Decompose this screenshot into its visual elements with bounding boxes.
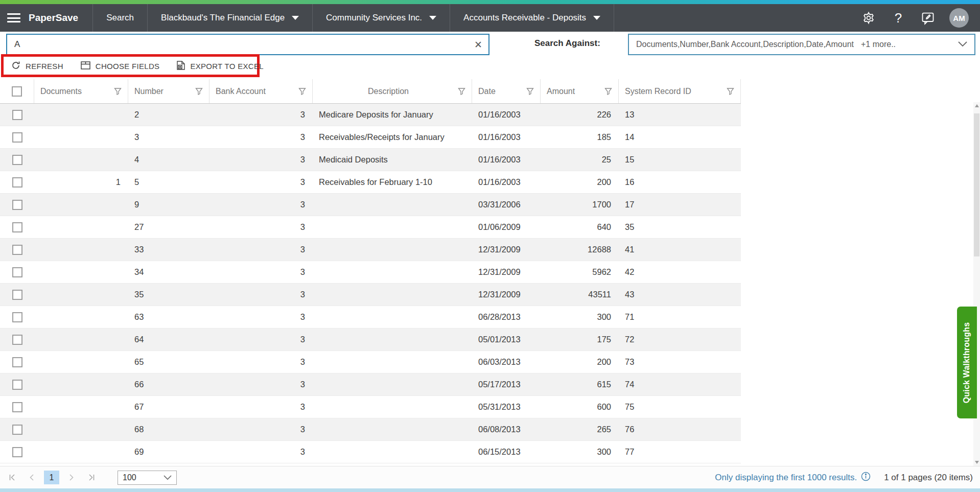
row-checkbox[interactable]	[12, 155, 22, 165]
cell-number: 63	[128, 306, 209, 328]
clear-search-icon[interactable]: ✕	[468, 39, 488, 51]
row-checkbox[interactable]	[12, 357, 22, 367]
filter-icon[interactable]	[195, 87, 203, 95]
nav-item-document-type[interactable]: Accounts Receivable - Deposits	[450, 4, 614, 32]
scrollbar-thumb[interactable]	[974, 113, 979, 256]
row-checkbox[interactable]	[12, 267, 22, 277]
table-row[interactable]: 65 3 06/03/2013 200 73	[0, 351, 741, 373]
search-against-select[interactable]: Documents,Number,Bank Account,Descriptio…	[628, 34, 975, 55]
first-page-button[interactable]	[5, 471, 19, 484]
cell-date: 03/31/2006	[472, 194, 541, 216]
row-select-cell	[0, 171, 34, 193]
row-checkbox[interactable]	[12, 402, 22, 412]
table-row[interactable]: 1 5 3 Receivables for February 1-10 01/1…	[0, 171, 741, 194]
cell-system-record-id: 17	[619, 194, 741, 216]
row-select-cell	[0, 149, 34, 171]
table-row[interactable]: 3 3 Receivables/Receipts for January 01/…	[0, 126, 741, 149]
row-checkbox[interactable]	[12, 335, 22, 345]
cell-number: 4	[128, 149, 209, 171]
brand-home[interactable]: PaperSave	[0, 4, 93, 32]
cell-number: 65	[128, 351, 209, 373]
cell-system-record-id: 14	[619, 126, 741, 148]
help-icon[interactable]: ?	[890, 10, 906, 26]
prev-page-button[interactable]	[25, 471, 39, 484]
table-row[interactable]: 27 3 01/06/2009 640 35	[0, 216, 741, 239]
horizontal-scrollbar[interactable]	[0, 488, 980, 492]
feedback-icon[interactable]	[920, 10, 936, 26]
page-size-select[interactable]: 100	[118, 471, 177, 485]
filter-icon[interactable]	[114, 87, 122, 95]
filter-icon[interactable]	[727, 87, 734, 95]
cell-documents	[34, 396, 128, 418]
cell-amount: 175	[541, 329, 619, 350]
export-to-excel-button[interactable]: EXPORT TO EXCEL	[177, 61, 263, 72]
row-checkbox[interactable]	[12, 200, 22, 210]
row-checkbox[interactable]	[12, 425, 22, 435]
table-row[interactable]: 33 3 12/31/2009 12688 41	[0, 239, 741, 261]
cell-bank-account: 3	[209, 329, 313, 350]
column-header-bank-account[interactable]: Bank Account	[209, 79, 313, 103]
row-select-cell	[0, 396, 34, 418]
next-page-button[interactable]	[64, 471, 79, 484]
table-row[interactable]: 64 3 05/01/2013 175 72	[0, 329, 741, 351]
cell-date: 01/16/2003	[472, 126, 541, 148]
row-checkbox[interactable]	[12, 177, 22, 188]
column-header-documents[interactable]: Documents	[34, 79, 128, 103]
row-checkbox[interactable]	[12, 110, 22, 120]
row-checkbox[interactable]	[12, 312, 22, 322]
hamburger-menu-icon[interactable]	[7, 13, 20, 22]
row-checkbox[interactable]	[12, 380, 22, 390]
choose-fields-button[interactable]: CHOOSE FIELDS	[81, 61, 160, 71]
results-notice-link[interactable]: Only displaying the first 1000 results.	[715, 472, 871, 484]
cell-system-record-id: 35	[619, 216, 741, 238]
avatar[interactable]: AM	[949, 8, 969, 28]
filter-icon[interactable]	[526, 87, 534, 95]
column-header-amount[interactable]: Amount	[541, 79, 619, 103]
refresh-button[interactable]: REFRESH	[11, 61, 63, 72]
table-row[interactable]: 66 3 05/17/2013 615 74	[0, 373, 741, 396]
row-checkbox[interactable]	[12, 290, 22, 300]
column-header-date[interactable]: Date	[472, 79, 541, 103]
search-input[interactable]	[7, 39, 468, 50]
row-checkbox[interactable]	[12, 132, 22, 143]
cell-date: 01/16/2003	[472, 171, 541, 193]
current-page[interactable]: 1	[44, 471, 59, 484]
row-select-cell	[0, 373, 34, 395]
table-row[interactable]: 63 3 06/28/2013 300 71	[0, 306, 741, 329]
row-checkbox[interactable]	[12, 245, 22, 255]
scroll-down-icon[interactable]	[973, 459, 980, 466]
quick-walkthroughs-tab[interactable]: Quick Walkthroughs	[957, 307, 977, 418]
row-checkbox[interactable]	[12, 447, 22, 457]
row-checkbox[interactable]	[12, 222, 22, 232]
table-row[interactable]: 68 3 06/08/2013 265 76	[0, 418, 741, 441]
filter-icon[interactable]	[604, 87, 612, 95]
table-row[interactable]: 4 3 Medicaid Deposits 01/16/2003 25 15	[0, 149, 741, 171]
column-header-description[interactable]: Description	[313, 79, 472, 103]
gear-icon[interactable]	[860, 10, 877, 26]
cell-amount: 12688	[541, 239, 619, 261]
table-row[interactable]: 67 3 05/31/2013 600 75	[0, 396, 741, 418]
cell-amount: 640	[541, 216, 619, 238]
table-row[interactable]: 9 3 03/31/2006 1700 17	[0, 194, 741, 216]
column-header-number[interactable]: Number	[128, 79, 209, 103]
scroll-up-icon[interactable]	[973, 102, 980, 109]
row-select-cell	[0, 126, 34, 148]
cell-number: 5	[128, 171, 209, 193]
column-header-system-record-id[interactable]: System Record ID	[619, 79, 741, 103]
table-row[interactable]: 35 3 12/31/2009 43511 43	[0, 284, 741, 306]
nav-item-search[interactable]: Search	[93, 4, 148, 32]
nav-item-application[interactable]: Blackbaud's The Financial Edge	[148, 4, 313, 32]
info-icon[interactable]	[861, 472, 871, 484]
filter-icon[interactable]	[458, 87, 465, 95]
table-row[interactable]: 2 3 Medicare Deposits for January 01/16/…	[0, 104, 741, 126]
cell-description	[313, 261, 472, 283]
filter-icon[interactable]	[298, 87, 306, 95]
select-all-checkbox[interactable]	[12, 86, 22, 97]
table-row[interactable]: 34 3 12/31/2009 5962 42	[0, 261, 741, 284]
last-page-button[interactable]	[84, 471, 98, 484]
table-row[interactable]: 69 3 06/15/2013 300 77	[0, 441, 741, 463]
nav-item-label: Accounts Receivable - Deposits	[463, 13, 586, 23]
cell-documents	[34, 418, 128, 440]
nav-item-company[interactable]: Community Services Inc.	[313, 4, 450, 32]
cell-number: 64	[128, 329, 209, 350]
